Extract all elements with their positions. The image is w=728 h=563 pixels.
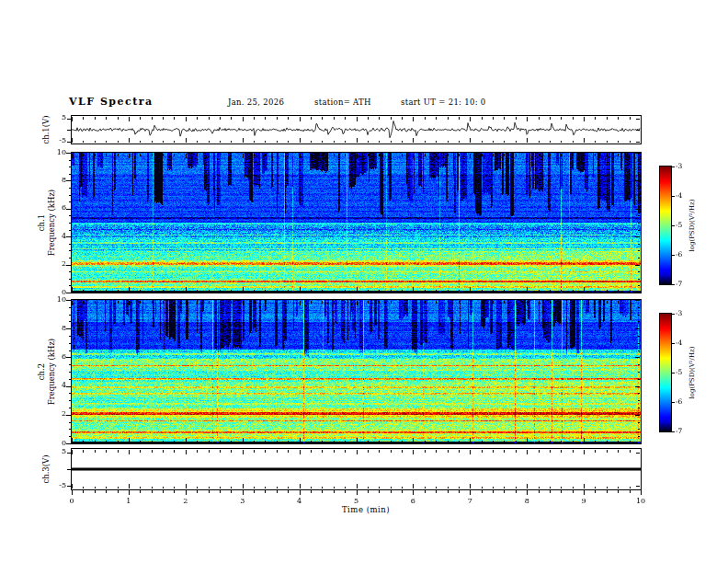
colorbar-tick-label: -5 [676,222,682,229]
x-tick-label: 7 [459,498,481,505]
header-start-ut: start UT = 21: 10: 0 [401,98,486,107]
x-tick-label: 2 [175,498,197,505]
x-tick-label: 5 [346,498,368,505]
y-tick-label: 8 [48,325,66,332]
colorbar-tick-label: -5 [676,369,682,376]
x-tick-label: 8 [516,498,538,505]
colorbar-tick-label: -7 [676,428,682,435]
y-tick-label: 0 [48,440,66,447]
y-tick-label: 2 [48,260,66,268]
colorbar-tick-label: -3 [676,310,682,317]
x-tick-label: 10 [630,498,652,505]
ch1-waveform-plot [72,116,641,144]
y-tick-label: 4 [48,233,66,240]
x-tick-label: 6 [402,498,424,505]
colorbar-ch1-label: log(PSD)(V²/Hz) [688,200,696,252]
y-tick-label: -5 [48,137,66,144]
header-station: station= ATH [314,98,371,107]
ch3-waveform-ylabel: ch.3(V) [41,454,51,483]
colorbar-ch1 [660,167,671,284]
ch3-waveform-plot [72,449,641,489]
colorbar-tick-label: -4 [676,339,682,347]
colorbar-ch2-label: log(PSD)(V²/Hz) [688,347,696,399]
ch2-spectrogram-channel-label: ch.2 [37,363,46,380]
x-tick-label: 1 [118,498,140,505]
header-date: Jan. 25, 2026 [228,98,284,107]
x-tick-label: 4 [289,498,311,505]
x-tick-label: 9 [573,498,595,505]
colorbar-tick-label: -7 [676,281,682,288]
x-tick-label: 0 [61,498,83,505]
y-tick-label: 6 [48,353,66,361]
colorbar-tick-label: -6 [676,398,682,406]
ch1-spectrogram-plot [72,153,641,293]
colorbar-tick-label: -3 [676,163,682,170]
y-tick-label: 10 [48,296,66,304]
y-tick-label: 10 [48,149,66,156]
y-tick-label: 6 [48,204,66,212]
y-tick-label: 8 [48,177,66,184]
figure-title: VLF Spectra [69,96,154,108]
y-tick-label: 2 [48,410,66,418]
colorbar-tick-label: -6 [676,251,682,259]
y-tick-label: 4 [48,382,66,389]
y-tick-label: -5 [48,482,66,489]
time-axis-label: Time (min) [311,505,421,514]
x-tick-label: 3 [232,498,254,505]
colorbar-ch2 [660,314,671,431]
y-tick-label: 5 [48,448,66,455]
y-tick-label: 5 [48,114,66,121]
ch2-spectrogram-ylabel: Frequency (kHz) [47,339,56,405]
vlf-spectra-figure: VLF Spectra Jan. 25, 2026 station= ATH s… [0,0,728,563]
ch1-spectrogram-channel-label: ch.1 [37,214,46,231]
colorbar-tick-label: -4 [676,192,682,200]
ch2-spectrogram-plot [72,300,641,443]
ch1-spectrogram-ylabel: Frequency (kHz) [47,190,56,256]
